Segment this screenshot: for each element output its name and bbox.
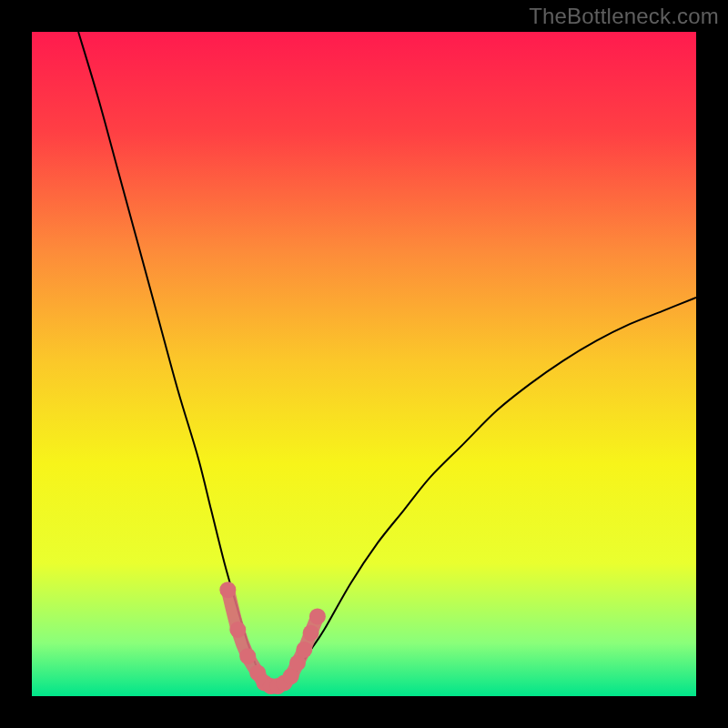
plot-area xyxy=(32,32,696,696)
highlight-dot xyxy=(239,648,256,664)
chart-svg xyxy=(32,32,696,696)
chart-frame: TheBottleneck.com xyxy=(0,0,728,728)
highlight-dot xyxy=(309,608,326,624)
highlight-dot xyxy=(303,625,319,642)
highlight-dot xyxy=(229,622,246,638)
watermark-text: TheBottleneck.com xyxy=(529,4,719,29)
highlight-dot xyxy=(296,642,312,658)
gradient-background xyxy=(32,32,696,696)
highlight-dot xyxy=(219,581,236,598)
